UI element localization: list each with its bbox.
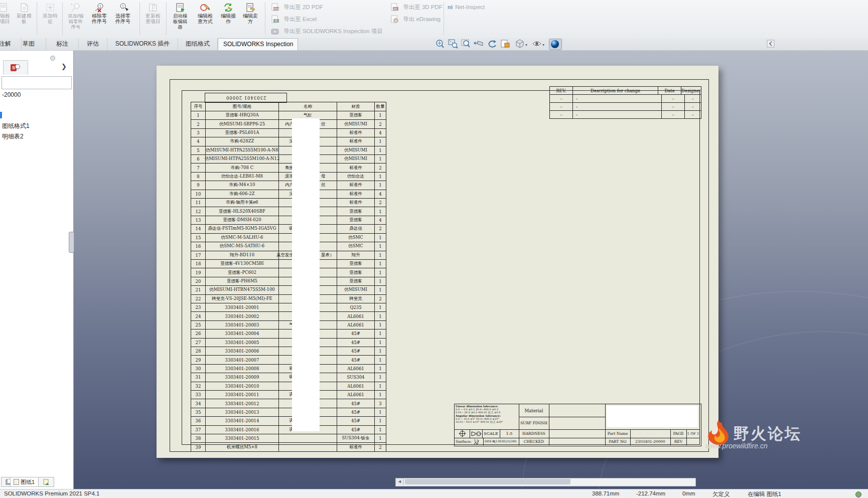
bom-row: 28 3303401-20006 45# 1 (191, 347, 386, 355)
inspection-manager-tab[interactable]: S (3, 60, 28, 75)
revision-body: - - - - - - - - - - (550, 94, 701, 118)
panel-resize-grip[interactable] (69, 232, 74, 253)
status-y-coordinate: -212.74mm (636, 490, 665, 496)
bom-row: 34 3303401-20012 45# 3 (191, 399, 386, 407)
add-sheet-button[interactable] (38, 477, 54, 487)
edit-inspection-project-button[interactable]: 编辑检 查项目 (0, 1, 14, 37)
net-inspect-button[interactable]: niNet-Inspect (448, 2, 485, 13)
edit-vendor-button[interactable]: 编辑卖 方 (240, 1, 261, 37)
part-name-label: Part Name (605, 429, 631, 438)
svg-text:1: 1 (99, 5, 101, 8)
bom-row: 1 亚德客-HRQ30A 气缸 亚德客 1 (191, 111, 386, 119)
export-2d-pdf-button[interactable]: PDF 导出至 2D PDF (271, 2, 323, 13)
update-inspection-project-button[interactable]: 更新检 查项目 (141, 1, 165, 37)
update-project-icon (148, 3, 159, 13)
tab-sketch[interactable]: 草图 (12, 38, 46, 50)
tree-item-sheet-format[interactable]: 图纸格式1 (2, 122, 30, 130)
bom-row: 39 机米螺丝M5×8 标准件 2 (191, 442, 386, 451)
horizontal-scrollbar[interactable]: ◄ (395, 478, 696, 486)
status-indicator-icon[interactable] (855, 491, 861, 497)
bom-body: 1 亚德客-HRQ30A 气缸 亚德客 1 2 仿MISUMI-SBPP6-2 (191, 111, 386, 451)
bom-row: 37 3303401-20016 调 45# 1 (191, 425, 386, 434)
scale-label: SCALE (482, 429, 500, 438)
bom-row: 26 3303401-20004 45# 1 (191, 329, 386, 338)
zoom-window-icon[interactable] (448, 39, 460, 49)
balloon-remove-icon: 1 (94, 3, 105, 13)
bom-row: 21 仿MISUMI-HTBN475S5M-100 仿MISUMI 1 (191, 285, 386, 294)
sw-inspection-icon (271, 27, 279, 36)
tab-sheet-format[interactable]: 图纸格式 (178, 38, 218, 50)
export-3d-pdf-button[interactable]: 3D 导出至 3D PDF (390, 2, 443, 13)
tree-item-bom-table[interactable]: 明细表2 (2, 132, 24, 141)
section-view-icon[interactable] (474, 39, 486, 49)
collapse-pane-icon[interactable] (767, 40, 779, 50)
revision-table: REV. Description for change Date Designe… (549, 86, 701, 119)
hardness-value (549, 429, 606, 438)
title-block: Linear dimension tolerance: 0.0 ~ 6.6 ±0… (454, 404, 701, 446)
add-feature-button[interactable]: 添加特 征 (39, 1, 61, 37)
bom-row: 18 亚德客-4V130CM5BI 亚德客 1 (191, 259, 386, 268)
export-excel-button[interactable]: X 导出至 Excel (271, 14, 317, 25)
drawing-sheet[interactable]: 2303401 20000 序号 图号/规格 名称 材质 数量 1 亚德客-HR… (157, 66, 718, 458)
part-number-stamp: 2303401 20000 (205, 93, 287, 103)
scroll-left-arrow[interactable]: ◄ (396, 478, 404, 485)
add-feature-icon (45, 3, 56, 13)
material-label: Material (519, 404, 549, 417)
export-sw-inspection-project-button[interactable]: 导出至 SOLIDWORKS Inspection 项目 (271, 26, 383, 37)
bom-row: 36 3303401-20014 调 45# 1 (191, 416, 386, 425)
panel-expand-arrow-icon[interactable]: ❯ (61, 63, 67, 70)
revision-row: - - - - (550, 94, 701, 102)
edit-operation-button[interactable]: 编辑操 作 (218, 1, 239, 37)
zoom-to-area-icon[interactable] (461, 39, 473, 49)
toolbar-separator (444, 2, 444, 35)
rotate-view-icon[interactable] (487, 39, 499, 49)
select-balloon-button[interactable]: 1 选择零 件序号 (111, 1, 134, 37)
tab-solidworks-addins[interactable]: SOLIDWORKS 插件 (107, 38, 178, 50)
position-tolerance-symbol (455, 429, 470, 438)
bom-row: 16 仿SMC-MS-5ATHU-6 仿SMC 1 (191, 242, 386, 250)
bom-row: 11 市购-轴用卡簧ø6 标准件 2 (191, 198, 386, 207)
edit-inspection-method-button[interactable]: 编辑检 查方式 (194, 1, 217, 37)
tree-item-part-number[interactable]: -20000 (2, 91, 21, 98)
tree-item-selected-sliver[interactable] (0, 112, 2, 118)
remove-balloon-button[interactable]: 1 移除零 件序号 (88, 1, 110, 37)
chevron-down-icon[interactable]: ▾ (525, 43, 527, 47)
display-style-icon[interactable]: ▾ (515, 39, 530, 49)
censored-region (607, 406, 698, 427)
scale-value: 1:5 (500, 429, 519, 438)
toolbar-separator (139, 2, 140, 35)
bom-row: 32 3303401-20010 AL6061 1 (191, 382, 386, 390)
inspection-project-field[interactable] (2, 76, 72, 89)
bom-row: 6 仿MISUMI-HTPA25S5M100-A-N12 仿MISUMI 1 (191, 154, 386, 163)
status-app-version: SOLIDWORKS Premium 2021 SP4.1 (4, 490, 99, 496)
tolerance-box: Linear dimension tolerance: 0.0 ~ 6.6 ±0… (455, 404, 519, 430)
export-edrawing-button[interactable]: e 导出 eDrawing (390, 14, 441, 25)
tab-solidworks-inspection[interactable]: SOLIDWORKS Inspection (218, 38, 298, 50)
tab-evaluate[interactable]: 评估 (79, 38, 107, 50)
ribbon-tab-bar: 注解 草图 标注 评估 SOLIDWORKS 插件 图纸格式 SOLIDWORK… (0, 38, 868, 51)
svg-text:1: 1 (122, 5, 124, 8)
view-settings-icon[interactable] (549, 39, 562, 50)
revision-header-row: REV. Description for change Date Designe… (550, 87, 701, 94)
surf-finish-value (549, 417, 606, 430)
chevron-down-icon[interactable]: ▾ (542, 43, 544, 47)
panel-splitter-dot[interactable] (50, 56, 55, 61)
zoom-fit-icon[interactable] (435, 39, 447, 49)
bom-row: 15 仿SMC-M-5ALHU-6 仿SMC 1 (191, 233, 386, 242)
status-x-coordinate: 388.71mm (592, 490, 619, 496)
bom-row: 3 亚德客-PSL601A 标准件 4 (191, 128, 386, 137)
hide-show-items-icon[interactable]: ▾ (532, 39, 547, 49)
tab-dimension[interactable]: 标注 (46, 38, 79, 50)
bom-row: 33 3303401-20011 调 AL6061 1 (191, 390, 386, 399)
scrollbar-thumb[interactable] (405, 479, 570, 484)
bom-row: 10 市购-606-2Z 深 标准件 4 (191, 190, 386, 198)
balloon-select-icon: 1 (117, 3, 128, 13)
status-z-coordinate: 0mm (682, 490, 695, 496)
new-template-button[interactable]: 新建模 板 (13, 1, 35, 37)
bom-row: 31 3303401-20009 吸 SUS304 1 (191, 373, 386, 381)
add-edit-balloon-button[interactable]: * 添加/编 辑零件 序号 (64, 1, 87, 37)
launch-template-editor-button[interactable]: 启动模 板编辑 器 (169, 1, 192, 37)
3d-drawing-view-icon[interactable] (500, 39, 512, 49)
bom-header-row: 序号 图号/规格 名称 材质 数量 (191, 102, 386, 111)
bom-row: 9 市购-M4×10 内六 丝 标准件 1 (191, 181, 386, 189)
